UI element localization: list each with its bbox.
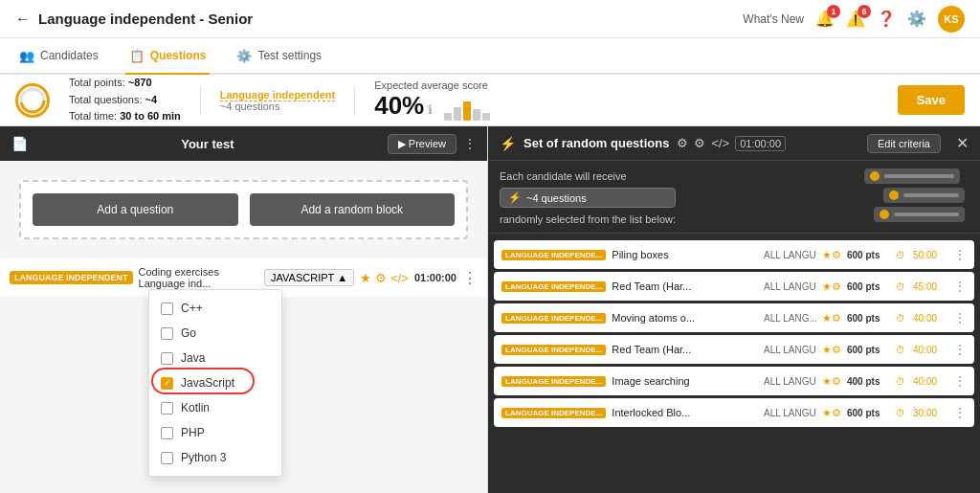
alert-badge: 6 [858,5,871,18]
random-sub: randomly selected from the list below: [500,213,676,225]
back-button[interactable]: ← [15,11,31,28]
q-name-2: Moving atoms o... [612,312,758,324]
q-clock-3: ⏱ [896,345,905,355]
divider-1 [200,86,201,115]
q-name-0: Piling boxes [612,249,758,260]
dropdown-item-java[interactable]: Java [149,346,281,370]
q-lang-1: ALL LANGUA... [764,281,816,292]
dropdown-arrow: ▲ [337,272,347,283]
php-checkbox[interactable] [161,427,173,439]
q-clock-0: ⏱ [896,250,905,260]
edit-criteria-button[interactable]: Edit criteria [867,134,941,153]
nav-left: ← Language independent - Senior [15,11,253,28]
share-icon-r[interactable]: ⚙ [694,136,705,150]
kotlin-checkbox[interactable] [161,402,173,415]
close-button[interactable]: ✕ [956,134,969,152]
score-bar [444,98,490,121]
kotlin-label: Kotlin [181,401,210,415]
tab-test-settings[interactable]: ⚙️ Test settings [233,38,325,75]
user-avatar[interactable]: KS [938,6,965,33]
lang-sub: ~4 questions [220,101,280,112]
q-pts-1: 600 pts [847,281,890,292]
q-more-2[interactable]: ⋮ [953,310,967,325]
q-clock-5: ⏱ [896,408,905,418]
alert-icon[interactable]: ⚠️ 6 [846,10,865,28]
question-list-item: LANGUAGE INDEPENDE... Piling boxes ALL L… [494,240,974,269]
tab-nav: 👥 Candidates 📋 Questions ⚙️ Test setting… [0,38,980,75]
right-panel-container: LANGUAGE INDEPENDE... Piling boxes ALL L… [488,234,980,493]
settings-icon-r[interactable]: ⚙ [677,136,688,150]
q-icons-0: ★⚙ [822,249,841,261]
illus-line-3 [894,213,959,216]
question-list-items: LANGUAGE INDEPENDE... Piling boxes ALL L… [488,240,980,427]
stats-bar: Total points: ~870 Total questions: ~4 T… [0,75,980,126]
code-icon-r[interactable]: </> [711,136,729,150]
q-time-3: 40:00 [913,345,947,355]
dropdown-item-cpp[interactable]: C++ [149,296,281,321]
q-icons-4: ★⚙ [822,375,841,388]
question-name: Coding exercises Language ind... [139,266,259,289]
right-panel: ⚡ Set of random questions ⚙ ⚙ </> 01:00:… [488,126,980,493]
tab-questions[interactable]: 📋 Questions [125,38,211,75]
go-checkbox[interactable] [161,327,173,340]
settings-icon[interactable]: ⚙️ [907,10,926,28]
dropdown-item-kotlin[interactable]: Kotlin [149,395,281,420]
top-nav: ← Language independent - Senior What's N… [0,0,980,38]
tab-test-settings-label: Test settings [257,49,322,62]
expected-score-area: Expected average score 40% ℹ [374,79,490,121]
language-dropdown[interactable]: JAVASCRIPT ▲ [264,269,354,286]
add-question-button[interactable]: Add a question [33,193,238,226]
question-list-item: LANGUAGE INDEPENDE... Image searching AL… [494,367,974,395]
panel-actions: ▶ Preview ⋮ [388,134,476,154]
illus-dot-3 [880,210,889,219]
help-icon[interactable]: ❓ [877,10,896,28]
q-more-0[interactable]: ⋮ [953,247,967,262]
q-more-3[interactable]: ⋮ [953,342,967,357]
go-label: Go [181,326,196,340]
left-panel: 📄 Your test ▶ Preview ⋮ Add a question A… [0,126,488,493]
q-more-1[interactable]: ⋮ [953,279,967,294]
q-icons-3: ★⚙ [822,344,841,356]
q-clock-1: ⏱ [896,281,905,292]
add-random-button[interactable]: Add a random block [250,193,456,226]
java-checkbox[interactable] [161,352,173,365]
python-checkbox[interactable] [161,452,173,464]
test-icon: 📄 [11,136,28,151]
dropdown-item-javascript[interactable]: ✓ JavaScript [149,370,281,395]
q-clock-4: ⏱ [896,376,905,387]
javascript-checkbox[interactable]: ✓ [161,377,173,390]
cpp-checkbox[interactable] [161,303,173,315]
q-name-1: Red Team (Har... [612,280,758,292]
q-more-5[interactable]: ⋮ [953,405,967,420]
total-questions-label: Total questions: [69,94,142,105]
info-icon[interactable]: ℹ [428,102,433,117]
q-pts-2: 600 pts [847,313,890,324]
more-icon[interactable]: ⋮ [464,137,476,150]
q-pts-4: 400 pts [847,376,890,387]
tab-candidates[interactable]: 👥 Candidates [15,38,102,75]
q-icons-1: ★⚙ [822,280,841,293]
preview-button[interactable]: ▶ Preview [388,134,457,154]
stats-circle [15,83,50,118]
q-lang-5: ALL LANGUA... [764,408,816,418]
whats-new-label[interactable]: What's New [743,12,804,26]
bar-col-3 [463,101,471,121]
dropdown-item-php[interactable]: PHP [149,420,281,445]
dropdown-item-python[interactable]: Python 3 [149,445,281,470]
notification-icon[interactable]: 🔔 1 [815,10,835,28]
bar-col-2 [454,107,461,121]
illus-dot-1 [870,171,880,181]
badge-icon: ⚡ [508,191,522,204]
q-tag-3: LANGUAGE INDEPENDE... [501,345,606,355]
left-panel-header: 📄 Your test ▶ Preview ⋮ [0,126,487,161]
main-area: 📄 Your test ▶ Preview ⋮ Add a question A… [0,126,980,493]
total-time-label: Total time: [69,110,117,122]
q-time-2: 40:00 [913,313,947,324]
question-time: 01:00:00 [414,272,457,283]
q-tag-5: LANGUAGE INDEPENDE... [501,408,606,418]
q-time-1: 45:00 [913,281,947,292]
dropdown-item-go[interactable]: Go [149,321,281,346]
question-more[interactable]: ⋮ [462,269,478,287]
save-button[interactable]: Save [898,85,965,115]
q-more-4[interactable]: ⋮ [953,373,967,389]
